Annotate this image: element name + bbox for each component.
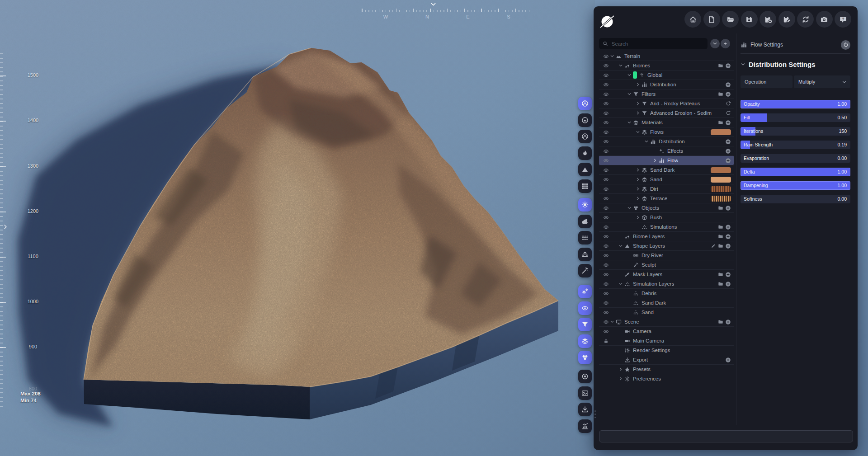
chevron-down-icon[interactable] — [627, 206, 633, 210]
section-distribution-settings[interactable]: Distribution Settings — [741, 61, 850, 68]
group-button[interactable] — [718, 243, 723, 249]
visibility-toggle[interactable] — [603, 243, 610, 249]
visibility-toggle[interactable] — [603, 129, 610, 135]
visibility-toggle[interactable] — [603, 110, 610, 116]
tree-item-filters[interactable]: Filters — [599, 89, 734, 99]
objects-toggle-button[interactable] — [578, 351, 592, 364]
new-file-button[interactable] — [703, 11, 720, 28]
tree-item-advanced-erosion-sedim[interactable]: Advanced Erosion - Sedim — [599, 108, 734, 118]
tree-item-flow[interactable]: Flow — [599, 155, 734, 165]
refresh-button[interactable] — [726, 101, 731, 106]
material-gradient-swatch[interactable] — [711, 196, 731, 202]
view-mode-wireframe-button[interactable] — [578, 130, 592, 143]
color-tag[interactable] — [633, 71, 637, 79]
visibility-toggle[interactable] — [603, 272, 610, 277]
screenshot-button[interactable] — [816, 11, 833, 28]
scroll-to-selection-button[interactable] — [721, 39, 730, 48]
panel-divider[interactable] — [736, 33, 736, 425]
chevron-right-icon[interactable] — [636, 187, 642, 191]
chevron-down-icon[interactable] — [618, 63, 624, 68]
chevron-right-icon[interactable] — [636, 215, 642, 220]
tree-item-debris[interactable]: Debris — [599, 288, 734, 298]
chevron-right-icon[interactable] — [636, 111, 642, 115]
visibility-toggle[interactable] — [603, 158, 610, 164]
visibility-toggle[interactable] — [603, 91, 610, 97]
enable-toggle-button[interactable] — [841, 40, 850, 50]
tree-item-scene[interactable]: Scene — [599, 317, 734, 326]
tree-item-global[interactable]: Global — [599, 70, 734, 80]
chevron-down-icon[interactable] — [627, 120, 633, 125]
view-mode-heatmap-button[interactable] — [578, 146, 592, 160]
add-button[interactable] — [725, 243, 731, 249]
chevron-right-icon[interactable] — [636, 101, 642, 106]
material-color-swatch[interactable] — [711, 167, 731, 173]
auto-update-toggle-button[interactable] — [578, 285, 592, 298]
visibility-toggle[interactable] — [603, 120, 610, 126]
chevron-down-icon[interactable] — [627, 92, 633, 96]
tree-item-flows[interactable]: Flows — [599, 127, 734, 136]
slider-delta[interactable]: Delta1.00 — [741, 168, 850, 176]
tree-item-shape-layers[interactable]: Shape Layers — [599, 241, 734, 250]
tree-item-sand[interactable]: Sand — [599, 174, 734, 184]
tree-item-terrain[interactable]: Terrain — [599, 52, 734, 61]
add-button[interactable] — [725, 234, 731, 240]
tree-item-terrace[interactable]: Terrace — [599, 193, 734, 203]
visibility-toggle[interactable] — [603, 300, 610, 306]
chevron-down-icon[interactable] — [644, 139, 650, 144]
slider-dampening[interactable]: Dampening1.00 — [741, 181, 850, 190]
chevron-right-icon[interactable] — [636, 196, 642, 201]
chevron-right-icon[interactable] — [636, 82, 642, 87]
edit-button[interactable] — [711, 243, 716, 249]
chevron-down-icon[interactable] — [627, 73, 633, 77]
tree-item-materials[interactable]: Materials — [599, 118, 734, 127]
tree-item-sculpt[interactable]: Sculpt — [599, 260, 734, 269]
screenshot-gallery-button-button[interactable] — [578, 386, 592, 400]
visibility-toggle[interactable] — [603, 53, 610, 59]
group-button[interactable] — [718, 63, 723, 68]
visibility-toggle[interactable] — [603, 167, 610, 173]
chevron-down-icon[interactable] — [610, 320, 616, 324]
export-button-button[interactable] — [578, 403, 592, 416]
tree-item-distribution[interactable]: Distribution — [599, 80, 734, 89]
tree-item-dry-river[interactable]: Dry River — [599, 250, 734, 260]
add-button[interactable] — [725, 357, 731, 363]
tree-item-sand-dark[interactable]: Sand Dark — [599, 298, 734, 307]
add-button[interactable] — [725, 158, 731, 164]
record-button-button[interactable] — [578, 370, 592, 383]
view-mode-relief-button[interactable] — [578, 163, 592, 176]
save-as-new-button[interactable] — [760, 11, 776, 28]
collapse-all-button[interactable] — [710, 39, 720, 48]
slider-rain-strength[interactable]: Rain Strength0.19 — [741, 141, 850, 149]
visibility-toggle[interactable] — [603, 139, 610, 145]
add-button[interactable] — [725, 148, 731, 154]
group-button[interactable] — [718, 281, 723, 287]
search-input[interactable] — [611, 41, 704, 47]
tree-item-presets[interactable]: Presets — [599, 364, 734, 374]
chevron-down-icon[interactable] — [618, 244, 624, 248]
home-button[interactable] — [684, 11, 701, 28]
tree-item-objects[interactable]: Objects — [599, 203, 734, 212]
sky-toggle-button[interactable] — [578, 215, 592, 228]
lock-icon[interactable] — [603, 338, 610, 344]
add-button[interactable] — [725, 82, 731, 88]
tree-item-effects[interactable]: Effects — [599, 146, 734, 155]
chevron-right-icon[interactable] — [653, 158, 659, 163]
group-button[interactable] — [718, 224, 723, 230]
visibility-toggle[interactable] — [603, 234, 610, 240]
refresh-button[interactable] — [726, 110, 731, 116]
material-color-swatch[interactable] — [711, 177, 731, 183]
visibility-toggle-button[interactable] — [578, 301, 592, 315]
left-panel-expand-button[interactable] — [2, 224, 9, 230]
tree-item-arid-rocky-plateaus[interactable]: Arid - Rocky Plateaus — [599, 99, 734, 108]
operation-select[interactable]: Multiply — [794, 75, 850, 88]
group-button[interactable] — [718, 319, 723, 324]
statistics-button-button[interactable] — [578, 419, 592, 433]
tree-item-biome-layers[interactable]: Biome Layers — [599, 231, 734, 241]
add-button[interactable] — [725, 120, 731, 126]
tree-item-simulation-layers[interactable]: Simulation Layers — [599, 279, 734, 288]
visibility-toggle[interactable] — [603, 82, 610, 88]
help-button[interactable] — [835, 11, 851, 28]
fog-toggle-button[interactable] — [578, 231, 592, 244]
visibility-toggle[interactable] — [603, 63, 610, 69]
sync-button[interactable] — [797, 11, 814, 28]
